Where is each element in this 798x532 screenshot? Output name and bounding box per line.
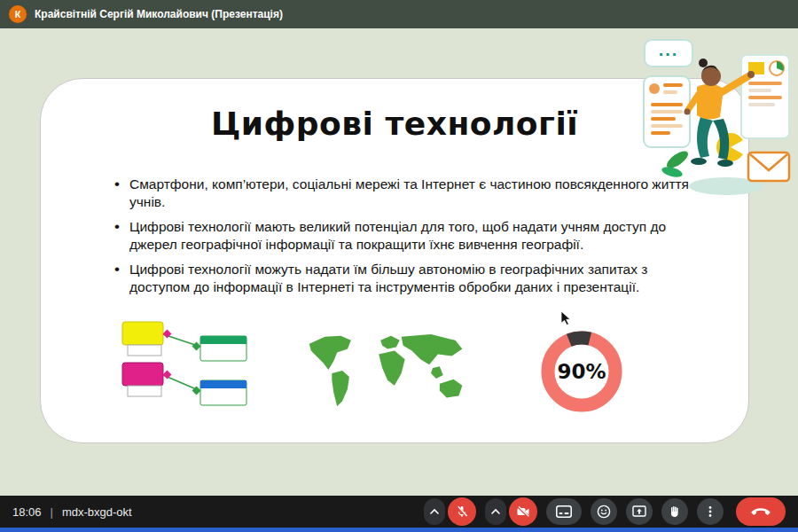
phone-down-icon [751, 507, 771, 516]
captions-button[interactable] [546, 498, 582, 525]
presenter-name: Крайсвітній Сергій Миколайович (Презента… [35, 8, 283, 20]
closed-captions-icon [556, 505, 572, 518]
world-map-graphic [302, 329, 476, 418]
camera-off-button[interactable] [509, 497, 537, 526]
mouse-cursor [560, 311, 571, 326]
speech-bubble: ... [644, 39, 693, 67]
meeting-code: mdx-bxgd-okt [62, 505, 132, 519]
end-call-button[interactable] [736, 497, 786, 526]
mic-off-button[interactable] [448, 497, 476, 526]
camera-options-chevron[interactable] [485, 498, 506, 525]
speech-bubble-dots: ... [659, 45, 679, 54]
present-screen-button[interactable] [626, 498, 653, 525]
bullet-item: Цифрові технології мають великий потенці… [129, 218, 708, 254]
presentation-illustration: ... [642, 39, 793, 204]
more-options-button[interactable] [697, 498, 724, 525]
meet-controls-bar: 18:06 | mdx-bxgd-okt [0, 496, 798, 528]
mic-options-chevron[interactable] [424, 498, 445, 525]
meeting-info: 18:06 | mdx-bxgd-okt [12, 505, 132, 519]
clock: 18:06 [12, 505, 42, 519]
raise-hand-button[interactable] [661, 498, 688, 525]
info-separator: | [51, 505, 53, 519]
presentation-stage: Цифрові технології Смартфони, комп’ютери… [0, 28, 798, 496]
flowchart-graphic [119, 318, 254, 419]
avatar-letter: К [15, 9, 21, 20]
presenter-avatar: К [9, 5, 27, 23]
smiley-icon [597, 505, 611, 519]
meet-window: К Крайсвітній Сергій Миколайович (Презен… [0, 0, 798, 532]
chevron-up-icon [429, 508, 440, 515]
hand-icon [668, 505, 682, 519]
more-vertical-icon [703, 505, 717, 519]
bullet-item: Смартфони, комп’ютери, соціальні мережі … [129, 176, 708, 212]
chevron-up-icon [490, 508, 501, 515]
donut-chart: 90% [539, 329, 624, 414]
present-screen-icon [632, 505, 646, 519]
bullet-list: Смартфони, комп’ютери, соціальні мережі … [129, 176, 708, 297]
donut-percentage: 90% [539, 329, 624, 414]
call-controls [424, 497, 786, 526]
bullet-item: Цифрові технології можуть надати їм біль… [129, 261, 708, 297]
slide-title: Цифрові технології [94, 106, 695, 142]
mic-cluster [424, 497, 476, 526]
presenter-bar: К Крайсвітній Сергій Миколайович (Презен… [0, 0, 798, 28]
camera-cluster [485, 497, 537, 526]
taskbar-strip [0, 528, 798, 532]
camera-off-icon [516, 505, 530, 519]
mic-off-icon [455, 505, 469, 519]
reactions-button[interactable] [591, 498, 617, 525]
